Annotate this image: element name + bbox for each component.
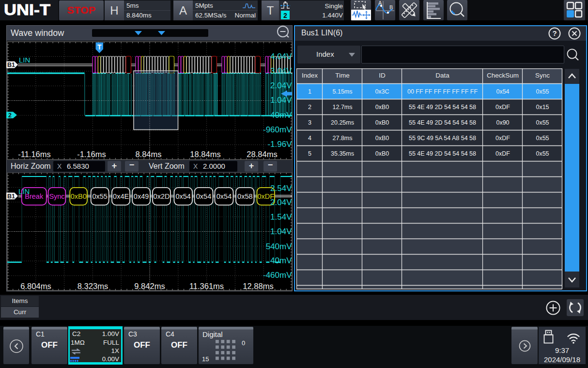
svg-text:B1: B1 [7,193,15,200]
svg-text:1.04V: 1.04V [270,96,292,105]
svg-text:-1.96V: -1.96V [267,140,292,149]
svg-text:9.842ms: 9.842ms [134,282,165,290]
svg-text:LIN: LIN [19,56,30,64]
svg-text:6.804ms: 6.804ms [20,282,51,290]
svg-text:28.84ms: 28.84ms [247,150,277,159]
svg-text:0x4E: 0x4E [113,192,129,200]
svg-text:2.04V: 2.04V [270,198,292,207]
svg-text:B: B [389,4,393,10]
svg-text:1.54V: 1.54V [270,212,292,222]
svg-text:0x49: 0x49 [134,192,149,200]
svg-text:18.84ms: 18.84ms [190,150,220,159]
svg-text:540mV: 540mV [266,242,293,251]
svg-text:8.84ms: 8.84ms [135,150,161,159]
svg-text:0x54: 0x54 [196,192,211,200]
svg-text:4.04V: 4.04V [270,52,292,61]
svg-text:-460mV: -460mV [263,271,292,280]
svg-text:2.04V: 2.04V [270,81,292,90]
svg-text:0x55: 0x55 [92,192,107,200]
svg-text:B1: B1 [7,62,15,68]
svg-text:40mV: 40mV [270,111,292,120]
svg-text:2.54V: 2.54V [270,184,292,193]
svg-text:11.361ms: 11.361ms [189,282,224,290]
svg-text:8.323ms: 8.323ms [77,282,108,290]
svg-text:0x54: 0x54 [175,192,190,200]
svg-text:-1.16ms: -1.16ms [77,150,106,159]
svg-text:2: 2 [8,112,12,119]
svg-text:LIN: LIN [18,187,30,195]
svg-text:1.04V: 1.04V [270,227,292,236]
svg-text:T: T [97,43,102,51]
svg-text:0x2D: 0x2D [154,192,170,200]
svg-text:0x58: 0x58 [237,192,252,200]
svg-text:3.04V: 3.04V [270,66,292,76]
svg-text:0xB0: 0xB0 [71,192,87,200]
svg-text:40mV: 40mV [270,256,292,265]
svg-text:12.88ms: 12.88ms [243,282,273,290]
svg-text:-960mV: -960mV [263,125,292,134]
svg-text:A: A [378,0,382,6]
svg-text:0x54: 0x54 [217,192,232,200]
svg-text:-11.16ms: -11.16ms [18,150,51,159]
svg-text:Sync: Sync [49,192,64,200]
svg-text:?: ? [552,29,557,37]
